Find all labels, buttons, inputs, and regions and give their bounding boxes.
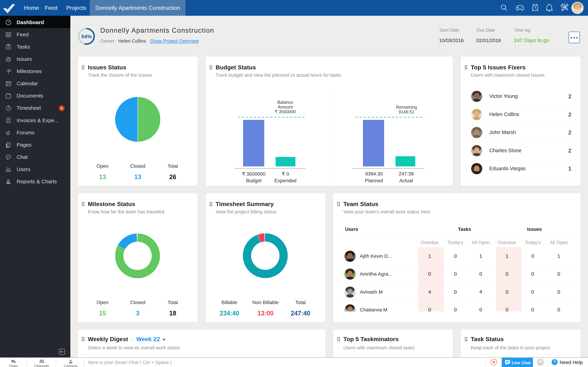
svg-text:54%: 54% [81, 33, 92, 39]
